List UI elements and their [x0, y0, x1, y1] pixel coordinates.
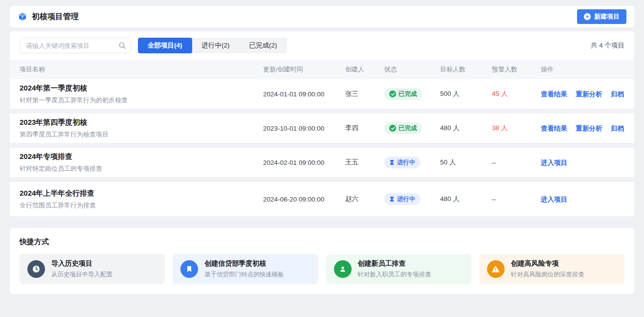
shortcut-text: 创建信贷部季度初核 基于信贷部门特点的快速模板: [204, 259, 284, 279]
plus-circle-icon: +: [584, 13, 591, 20]
warning-count: –: [492, 159, 541, 166]
col-target-count: 目标人数: [440, 65, 492, 74]
filter-tabs: 全部项目(4) 进行中(2) 已完成(2): [138, 38, 287, 53]
view-results-link[interactable]: 查看结果: [541, 125, 567, 132]
shortcut-import-history[interactable]: 导入历史项目 从历史项目中导入配置: [20, 254, 165, 284]
status-label: 已完成: [399, 124, 417, 133]
page-header: 初核项目管理 + 新建项目: [10, 6, 634, 27]
col-actions: 操作: [541, 65, 624, 74]
actions-cell: 查看结果 重新分析 归档: [541, 90, 624, 99]
bookmark-icon: [180, 260, 198, 278]
col-status: 状态: [384, 65, 440, 74]
project-name-cell: 2024年第一季度初核 针对第一季度员工异常行为的初步核查: [20, 84, 263, 105]
creator: 李四: [345, 124, 384, 133]
status-label: 进行中: [397, 158, 416, 167]
project-name: 2024年第一季度初核: [20, 84, 263, 93]
shortcut-credit-quarterly[interactable]: 创建信贷部季度初核 基于信贷部门特点的快速模板: [173, 254, 318, 284]
shortcut-grid: 导入历史项目 从历史项目中导入配置 创建信贷部季度初核 基于信贷部门特点的快速模…: [20, 254, 624, 284]
search-box: [20, 38, 131, 53]
project-description: 针对特定岗位员工的专项排查: [20, 164, 263, 173]
shortcut-title: 创建信贷部季度初核: [204, 259, 284, 268]
update-time: 2024-01-01 09:00:00: [263, 91, 345, 98]
update-time: 2024-06-20 09:00:00: [263, 196, 345, 203]
check-icon: [389, 125, 396, 132]
update-time: 2023-10-01 09:00:00: [263, 125, 345, 132]
project-name-cell: 2023年第四季度初核 第四季度员工异常行为核查项目: [20, 118, 263, 139]
col-project-name: 项目名称: [20, 65, 263, 74]
project-name-cell: 2024年专项排查 针对特定岗位员工的专项排查: [20, 152, 263, 173]
project-description: 全行范围员工异常行为排查: [20, 201, 263, 210]
clock-icon: [27, 260, 45, 278]
enter-project-link[interactable]: 进入项目: [541, 159, 567, 166]
creator: 赵六: [345, 195, 384, 204]
status-cell: 已完成: [384, 122, 440, 134]
table-row: 2024年第一季度初核 针对第一季度员工异常行为的初步核查 2024-01-01…: [10, 79, 634, 113]
shortcut-desc: 针对高风险岗位的深度排查: [511, 271, 584, 279]
header-left: 初核项目管理: [18, 12, 79, 22]
project-name-cell: 2024年上半年全行排查 全行范围员工异常行为排查: [20, 189, 263, 210]
new-project-label: 新建项目: [594, 12, 620, 21]
user-icon: [334, 260, 352, 278]
warning-count: 45 人: [492, 90, 541, 98]
table-row: 2023年第四季度初核 第四季度员工异常行为核查项目 2023-10-01 09…: [10, 113, 634, 148]
warning-count: –: [492, 196, 541, 203]
shortcuts-title: 快捷方式: [20, 237, 624, 247]
cube-icon: [18, 12, 27, 22]
target-count: 480 人: [440, 195, 492, 204]
status-label: 已完成: [399, 90, 417, 98]
hourglass-icon: [389, 159, 395, 165]
new-project-button[interactable]: + 新建项目: [577, 9, 626, 24]
table-row: 2024年专项排查 针对特定岗位员工的专项排查 2024-02-01 09:00…: [10, 148, 634, 182]
shortcut-high-risk[interactable]: 创建高风险专项 针对高风险岗位的深度排查: [479, 254, 624, 284]
project-name: 2024年上半年全行排查: [20, 189, 263, 198]
hourglass-icon: [389, 196, 395, 202]
actions-cell: 进入项目: [541, 158, 624, 167]
shortcut-title: 创建新员工排查: [358, 259, 431, 268]
page: 初核项目管理 + 新建项目 全部项目(4) 进行中(2) 已完成: [0, 0, 644, 317]
page-title: 初核项目管理: [32, 12, 79, 22]
shortcut-desc: 针对新入职员工的专项排查: [358, 271, 431, 279]
project-name: 2023年第四季度初核: [20, 118, 263, 127]
warning-count: 38 人: [492, 124, 541, 133]
tab-in-progress[interactable]: 进行中(2): [192, 38, 240, 53]
search-input[interactable]: [20, 38, 131, 53]
col-update-time: 更新/创建时间: [263, 65, 345, 74]
shortcut-desc: 基于信贷部门特点的快速模板: [204, 271, 284, 279]
update-time: 2024-02-01 09:00:00: [263, 159, 345, 166]
status-label: 进行中: [397, 195, 416, 204]
reanalyze-link[interactable]: 重新分析: [576, 91, 602, 98]
actions-cell: 查看结果 重新分析 归档: [541, 124, 624, 133]
status-badge: 进行中: [384, 193, 421, 205]
shortcut-new-employee[interactable]: 创建新员工排查 针对新入职员工的专项排查: [326, 254, 471, 284]
shortcut-title: 导入历史项目: [51, 259, 112, 268]
search-icon[interactable]: [118, 42, 126, 49]
col-creator: 创建人: [345, 65, 384, 74]
archive-link[interactable]: 归档: [611, 91, 624, 98]
enter-project-link[interactable]: 进入项目: [541, 196, 567, 203]
shortcut-desc: 从历史项目中导入配置: [51, 271, 112, 279]
target-count: 500 人: [440, 90, 492, 98]
actions-cell: 进入项目: [541, 195, 624, 204]
table-row: 2024年上半年全行排查 全行范围员工异常行为排查 2024-06-20 09:…: [10, 182, 634, 216]
target-count: 480 人: [440, 124, 492, 133]
status-badge: 进行中: [384, 157, 421, 168]
shortcut-text: 导入历史项目 从历史项目中导入配置: [51, 259, 112, 279]
status-cell: 已完成: [384, 88, 440, 100]
shortcuts-section: 快捷方式 导入历史项目 从历史项目中导入配置: [10, 228, 634, 294]
status-cell: 进行中: [384, 157, 440, 168]
shortcut-text: 创建高风险专项 针对高风险岗位的深度排查: [511, 259, 584, 279]
project-name: 2024年专项排查: [20, 152, 263, 161]
shortcut-title: 创建高风险专项: [511, 259, 584, 268]
shortcut-text: 创建新员工排查 针对新入职员工的专项排查: [358, 259, 431, 279]
tab-completed[interactable]: 已完成(2): [240, 38, 287, 53]
tab-all-projects[interactable]: 全部项目(4): [138, 38, 192, 53]
toolbar: 全部项目(4) 进行中(2) 已完成(2) 共 4 个项目: [10, 31, 634, 60]
status-badge: 已完成: [384, 88, 422, 100]
status-badge: 已完成: [384, 122, 422, 134]
reanalyze-link[interactable]: 重新分析: [576, 125, 602, 132]
archive-link[interactable]: 归档: [611, 125, 624, 132]
check-icon: [389, 91, 396, 97]
view-results-link[interactable]: 查看结果: [541, 91, 567, 98]
project-description: 第四季度员工异常行为核查项目: [20, 130, 263, 139]
project-description: 针对第一季度员工异常行为的初步核查: [20, 96, 263, 105]
